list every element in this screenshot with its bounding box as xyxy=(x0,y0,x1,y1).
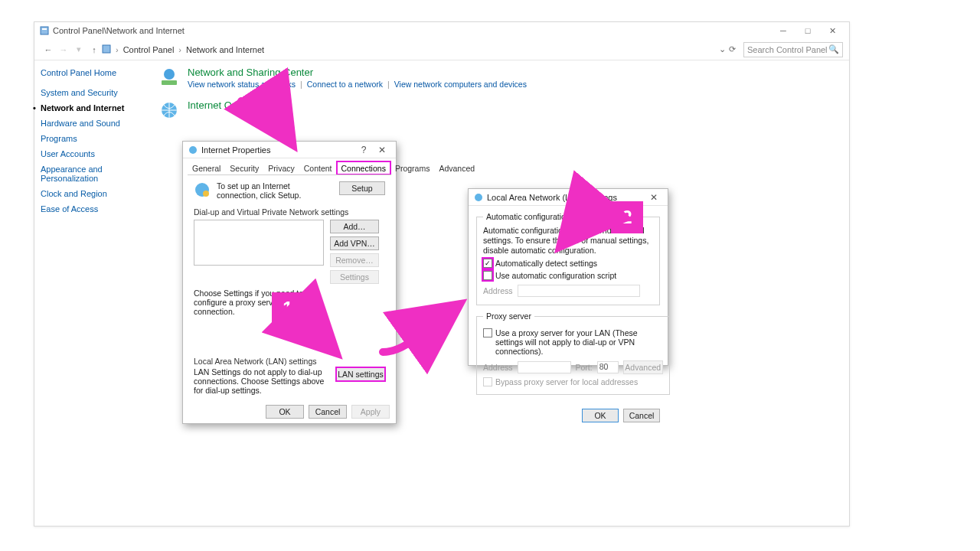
maximize-button[interactable]: □ xyxy=(795,22,820,39)
svg-point-6 xyxy=(189,146,197,154)
internet-properties-dialog: Internet Properties ? ✕ General Security… xyxy=(182,141,397,424)
minimize-button[interactable]: ─ xyxy=(771,22,795,39)
sidebar-item-hardware-sound[interactable]: Hardware and Sound xyxy=(41,116,143,131)
network-icon xyxy=(158,67,180,88)
bypass-label: Bypass proxy server for local addresses xyxy=(495,377,638,386)
up-button[interactable]: ↑ xyxy=(87,42,102,57)
globe-icon xyxy=(188,145,198,155)
proxy-address-label: Address xyxy=(483,363,513,372)
lan-ok-button[interactable]: OK xyxy=(582,409,619,422)
ip-apply-button: Apply xyxy=(351,405,390,419)
crumb-network-internet[interactable]: Network and Internet xyxy=(186,45,264,54)
auto-detect-label: Automatically detect settings xyxy=(495,259,597,268)
io-title[interactable]: Internet Options xyxy=(188,99,259,111)
sidebar-item-system-security[interactable]: System and Security xyxy=(41,85,143,100)
recent-dropdown[interactable]: ▾ xyxy=(71,42,87,57)
ip-titlebar: Internet Properties ? ✕ xyxy=(183,142,396,158)
auto-script-checkbox[interactable] xyxy=(483,271,492,280)
proxy-address-input xyxy=(518,361,571,373)
window-title: Control Panel\Network and Internet xyxy=(53,26,185,35)
sidebar: Control Panel Home System and Security N… xyxy=(34,60,149,526)
control-panel-home-link[interactable]: Control Panel Home xyxy=(41,68,143,77)
ip-tabs: General Security Privacy Content Connect… xyxy=(183,158,396,174)
search-input[interactable]: Search Control Panel 🔍 xyxy=(743,42,843,57)
internet-options-icon xyxy=(158,99,180,121)
crumb-control-panel[interactable]: Control Panel xyxy=(123,45,175,54)
sidebar-item-appearance[interactable]: Appearance and Personalization xyxy=(41,161,143,186)
sidebar-item-programs[interactable]: Programs xyxy=(41,131,143,146)
advanced-button: Advanced xyxy=(623,360,663,374)
ip-close-button[interactable]: ✕ xyxy=(373,143,391,157)
link-connect-network[interactable]: Connect to a network xyxy=(307,80,383,89)
breadcrumb[interactable]: › Control Panel › Network and Internet xyxy=(116,45,264,54)
lan-label: Local Area Network (LAN) settings xyxy=(194,357,385,366)
forward-button[interactable]: → xyxy=(56,42,71,57)
choose-text: Choose Settings if you need to configure… xyxy=(194,289,332,316)
auto-legend: Automatic configuration xyxy=(483,212,573,221)
sidebar-item-clock-region[interactable]: Clock and Region xyxy=(41,186,143,201)
sidebar-item-network-internet[interactable]: Network and Internet xyxy=(41,100,143,116)
tab-security[interactable]: Security xyxy=(225,161,263,174)
setup-button[interactable]: Setup xyxy=(339,181,385,195)
port-input: 80 xyxy=(597,361,619,373)
tab-privacy[interactable]: Privacy xyxy=(263,161,299,174)
svg-point-9 xyxy=(475,194,482,201)
callout-badge-1: 1 xyxy=(272,292,304,324)
tab-general[interactable]: General xyxy=(188,161,225,174)
control-panel-body: Control Panel Home System and Security N… xyxy=(34,60,849,526)
bypass-checkbox xyxy=(483,377,492,386)
sidebar-item-user-accounts[interactable]: User Accounts xyxy=(41,146,143,161)
lan-close-button[interactable]: ✕ xyxy=(645,191,663,204)
setup-text: To set up an Internet connection, click … xyxy=(217,181,333,200)
window-titlebar: Control Panel\Network and Internet ─ □ ✕ xyxy=(34,22,849,39)
nsc-title[interactable]: Network and Sharing Center xyxy=(188,67,527,78)
addressbar-dropdown[interactable]: ⌄ xyxy=(719,44,726,54)
lan-title: Local Area Network (LAN) Settings xyxy=(487,193,617,202)
remove-button: Remove… xyxy=(330,253,379,267)
dialup-listbox[interactable] xyxy=(194,220,324,266)
callout-badge-2: 2 xyxy=(611,201,643,233)
settings-button: Settings xyxy=(330,270,379,284)
address-label: Address xyxy=(483,286,513,295)
refresh-button[interactable]: ⟳ xyxy=(729,44,736,54)
svg-point-8 xyxy=(203,191,209,197)
svg-rect-2 xyxy=(103,45,110,53)
address-input xyxy=(518,285,640,297)
lan-settings-button[interactable]: LAN settings xyxy=(336,367,385,381)
ip-cancel-button[interactable]: Cancel xyxy=(309,405,347,419)
lan-globe-icon xyxy=(473,192,484,203)
proxy-legend: Proxy server xyxy=(483,311,534,321)
tab-advanced[interactable]: Advanced xyxy=(434,161,479,174)
link-view-computers[interactable]: View network computers and devices xyxy=(394,80,527,89)
proxy-group: Proxy server Use a proxy server for your… xyxy=(476,311,670,395)
tab-programs[interactable]: Programs xyxy=(390,161,435,174)
breadcrumb-icon xyxy=(102,44,111,55)
search-icon: 🔍 xyxy=(828,44,839,54)
link-view-status[interactable]: View network status and tasks xyxy=(188,80,296,89)
setup-globe-icon xyxy=(194,181,211,198)
svg-rect-1 xyxy=(42,28,47,30)
network-sharing-center: Network and Sharing Center View network … xyxy=(158,67,840,89)
dialup-label: Dial-up and Virtual Private Network sett… xyxy=(194,207,385,217)
proxy-text: Use a proxy server for your LAN (These s… xyxy=(495,328,663,356)
use-proxy-checkbox[interactable] xyxy=(483,328,492,337)
ip-tab-body: To set up an Internet connection, click … xyxy=(188,174,391,401)
back-button[interactable]: ← xyxy=(41,42,56,57)
control-panel-icon xyxy=(39,25,50,36)
ip-help-button[interactable]: ? xyxy=(354,143,373,157)
explorer-nav: ← → ▾ ↑ › Control Panel › Network and In… xyxy=(34,39,849,60)
ip-ok-button[interactable]: OK xyxy=(266,405,304,419)
tab-content[interactable]: Content xyxy=(299,161,337,174)
close-button[interactable]: ✕ xyxy=(820,22,844,39)
add-vpn-button[interactable]: Add VPN… xyxy=(330,236,379,250)
auto-detect-checkbox[interactable] xyxy=(483,259,492,268)
add-button[interactable]: Add… xyxy=(330,220,379,233)
tab-connections[interactable]: Connections xyxy=(337,161,390,174)
sidebar-item-ease-of-access[interactable]: Ease of Access xyxy=(41,201,143,217)
lan-text: LAN Settings do not apply to dial-up con… xyxy=(194,367,330,395)
lan-cancel-button[interactable]: Cancel xyxy=(623,409,660,422)
search-placeholder: Search Control Panel xyxy=(747,45,828,54)
ip-title: Internet Properties xyxy=(201,145,271,155)
window-controls: ─ □ ✕ xyxy=(771,22,844,39)
port-label: Port: xyxy=(576,363,593,372)
